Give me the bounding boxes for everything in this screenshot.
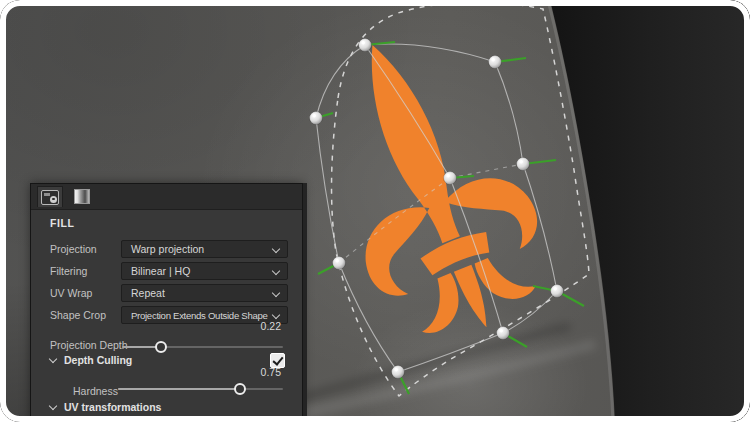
filtering-select[interactable]: Bilinear | HQ bbox=[121, 262, 288, 280]
sphere-highlight bbox=[313, 114, 316, 117]
control-point-sphere[interactable] bbox=[333, 257, 346, 270]
projection-label: Projection bbox=[50, 240, 97, 258]
panel-title: FILL bbox=[50, 217, 75, 229]
projection-depth-label: Projection Depth bbox=[50, 336, 128, 354]
sphere-highlight bbox=[362, 41, 365, 44]
sphere-highlight bbox=[500, 329, 503, 332]
control-point-sphere[interactable] bbox=[359, 39, 372, 52]
control-point-sphere[interactable] bbox=[497, 327, 510, 340]
sphere-highlight bbox=[554, 287, 557, 290]
chevron-down-icon bbox=[272, 311, 280, 319]
sphere-highlight bbox=[395, 368, 398, 371]
hardness-value: 0.75 bbox=[261, 366, 281, 378]
panel-tab-bar bbox=[31, 184, 302, 210]
sphere-highlight bbox=[336, 259, 339, 262]
uv-wrap-select[interactable]: Repeat bbox=[121, 284, 288, 302]
depth-culling-label: Depth Culling bbox=[64, 354, 132, 366]
material-icon bbox=[74, 189, 90, 204]
filtering-label: Filtering bbox=[50, 262, 87, 280]
app-screenshot: FILL Projection Warp projection Filterin… bbox=[0, 0, 750, 422]
uv-transformations-section-header[interactable]: UV transformations bbox=[50, 401, 161, 413]
control-point-sphere[interactable] bbox=[310, 112, 323, 125]
control-point-sphere[interactable] bbox=[551, 285, 564, 298]
hardness-label: Hardness bbox=[73, 382, 118, 400]
warp-control-point[interactable] bbox=[489, 56, 526, 69]
section-collapse-icon bbox=[49, 355, 57, 363]
warp-control-point[interactable] bbox=[310, 112, 333, 125]
fill-properties-panel: FILL Projection Warp projection Filterin… bbox=[30, 183, 303, 422]
warp-control-point[interactable] bbox=[533, 285, 584, 306]
uv-transformations-label: UV transformations bbox=[64, 401, 161, 413]
uv-wrap-value: Repeat bbox=[131, 287, 165, 299]
shape-crop-label: Shape Crop bbox=[50, 306, 106, 324]
projection-settings-icon bbox=[41, 190, 59, 205]
control-point-sphere[interactable] bbox=[392, 366, 405, 379]
section-collapse-icon bbox=[49, 402, 57, 410]
projection-value: Warp projection bbox=[131, 243, 204, 255]
control-point-sphere[interactable] bbox=[517, 158, 530, 171]
depth-culling-section-header[interactable]: Depth Culling bbox=[50, 354, 132, 366]
projection-select[interactable]: Warp projection bbox=[121, 240, 288, 258]
slider-handle[interactable] bbox=[155, 341, 167, 353]
warp-control-point[interactable] bbox=[444, 172, 474, 185]
filtering-value: Bilinear | HQ bbox=[131, 265, 190, 277]
shape-crop-value: Projection Extends Outside Shape bbox=[131, 310, 268, 321]
projection-depth-slider[interactable] bbox=[122, 341, 283, 353]
projection-depth-value: 0.22 bbox=[261, 320, 281, 332]
sphere-highlight bbox=[492, 58, 495, 61]
chevron-down-icon bbox=[272, 267, 280, 275]
chevron-down-icon bbox=[272, 245, 280, 253]
sphere-highlight bbox=[520, 160, 523, 163]
control-point-sphere[interactable] bbox=[489, 56, 502, 69]
slider-fill bbox=[118, 388, 240, 390]
uv-wrap-label: UV Wrap bbox=[50, 284, 92, 302]
warp-control-point[interactable] bbox=[318, 257, 345, 274]
hardness-slider[interactable] bbox=[118, 383, 283, 395]
warp-control-point[interactable] bbox=[517, 158, 556, 171]
chevron-down-icon bbox=[272, 289, 280, 297]
checkmark-icon bbox=[272, 354, 283, 366]
tab-material[interactable] bbox=[69, 186, 95, 207]
fleur-de-lis-decal bbox=[290, 12, 569, 361]
sphere-highlight bbox=[447, 174, 450, 177]
background-dark-region bbox=[550, 0, 750, 422]
slider-handle[interactable] bbox=[234, 383, 246, 395]
tab-fill-properties[interactable] bbox=[37, 186, 63, 207]
control-point-sphere[interactable] bbox=[444, 172, 457, 185]
